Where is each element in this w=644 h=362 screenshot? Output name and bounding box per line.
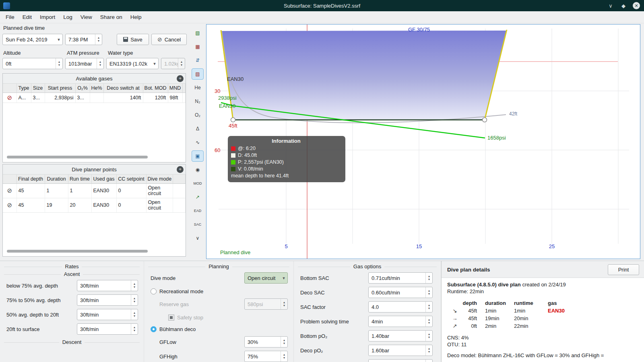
menu-import[interactable]: Import bbox=[36, 11, 59, 23]
maximize-button[interactable]: ◆ bbox=[620, 2, 627, 9]
cell[interactable]: 0 bbox=[116, 198, 146, 212]
column-header[interactable]: Type bbox=[17, 84, 31, 93]
column-header[interactable]: O₂% bbox=[75, 84, 90, 93]
deco-po2-spinner[interactable]: 1.60bar bbox=[368, 345, 433, 356]
spinner-arrows-icon[interactable] bbox=[95, 34, 102, 45]
chevron-down-icon[interactable] bbox=[151, 58, 158, 69]
cancel-button[interactable]: Cancel bbox=[151, 34, 187, 45]
spinner-arrows-icon[interactable] bbox=[425, 331, 432, 341]
mod-icon[interactable]: MOD bbox=[192, 178, 204, 189]
sac-factor-spinner[interactable]: 4.0 bbox=[368, 301, 433, 313]
calculated-ceiling-icon[interactable]: ▨ bbox=[192, 68, 204, 80]
column-header[interactable]: Dive mode bbox=[146, 175, 173, 184]
horizontal-scrollbar[interactable] bbox=[7, 156, 148, 158]
gas-row[interactable]: A... 3... 2,938psi 3... 140ft 120ft 98ft bbox=[3, 93, 186, 103]
cell[interactable]: EAN30 bbox=[91, 184, 116, 198]
cell[interactable]: 0 bbox=[116, 184, 146, 198]
waypoint-handle[interactable] bbox=[231, 118, 235, 122]
spinner-arrows-icon[interactable] bbox=[425, 302, 432, 312]
chevron-down-icon[interactable] bbox=[55, 34, 62, 45]
spinner-arrows-icon[interactable] bbox=[131, 324, 138, 334]
menu-view[interactable]: View bbox=[76, 11, 96, 23]
water-type-select[interactable]: EN13319 (1.02k bbox=[106, 58, 159, 69]
deco-sac-spinner[interactable]: 0.60cuft/min bbox=[368, 287, 433, 298]
atm-pressure-spinner[interactable]: 1013mbar bbox=[65, 58, 104, 69]
cell[interactable]: 3... bbox=[75, 93, 90, 103]
tts-icon[interactable]: ↗ bbox=[192, 191, 204, 203]
ascent-rate-75-spinner[interactable]: 30ft/min bbox=[77, 280, 138, 291]
dive-time-spinner[interactable]: 7:38 PM bbox=[65, 34, 102, 45]
cell[interactable]: 45 bbox=[17, 198, 45, 212]
minimize-button[interactable]: ∨ bbox=[607, 2, 614, 9]
recreational-mode-radio[interactable] bbox=[151, 288, 157, 294]
cell[interactable]: 1 bbox=[45, 184, 68, 198]
problem-solving-time-spinner[interactable]: 4min bbox=[368, 316, 433, 327]
column-header[interactable]: He% bbox=[90, 84, 103, 93]
dc-data-icon[interactable]: Δ bbox=[192, 123, 204, 134]
photos-icon[interactable]: ▣ bbox=[192, 150, 204, 162]
planner-point-row[interactable]: 45 19 20 EAN30 0 Open circuit bbox=[3, 198, 186, 212]
column-header[interactable]: Final depth bbox=[17, 175, 45, 184]
column-header[interactable]: Duration bbox=[45, 175, 68, 184]
add-point-button[interactable] bbox=[177, 166, 184, 173]
waypoint-handle[interactable] bbox=[483, 118, 487, 122]
column-header[interactable]: Deco switch at bbox=[103, 84, 143, 93]
spinner-arrows-icon[interactable] bbox=[56, 58, 62, 69]
profile-scale-icon[interactable]: ▧ bbox=[192, 27, 204, 39]
close-button[interactable]: ✕ bbox=[633, 2, 640, 9]
gflow-spinner[interactable]: 30% bbox=[244, 336, 288, 348]
spinner-arrows-icon[interactable] bbox=[281, 351, 287, 362]
cell[interactable]: 1 bbox=[68, 184, 91, 198]
menu-share-on[interactable]: Share on bbox=[96, 11, 126, 23]
print-button[interactable]: Print bbox=[608, 264, 639, 275]
menu-file[interactable]: File bbox=[2, 11, 19, 23]
dive-mode-select[interactable]: Open circuit bbox=[244, 272, 288, 284]
ascent-rate-50-spinner[interactable]: 30ft/min bbox=[77, 294, 138, 306]
column-header[interactable]: Run time bbox=[68, 175, 91, 184]
spinner-arrows-icon[interactable] bbox=[425, 360, 432, 362]
delete-gas-icon[interactable] bbox=[7, 95, 12, 101]
spinner-arrows-icon[interactable] bbox=[131, 280, 138, 291]
spinner-arrows-icon[interactable] bbox=[425, 273, 432, 283]
cell[interactable]: Open circuit bbox=[146, 184, 173, 198]
ascent-rate-surface-spinner[interactable]: 30ft/min bbox=[77, 323, 138, 335]
buhlmann-deco-radio[interactable] bbox=[151, 326, 157, 332]
delete-point-icon[interactable] bbox=[7, 203, 12, 208]
pp-n2-icon[interactable]: N₂ bbox=[192, 96, 204, 107]
dc-ceiling-icon[interactable]: ▦ bbox=[192, 41, 204, 52]
altitude-spinner[interactable]: 0ft bbox=[2, 58, 63, 69]
menu-edit[interactable]: Edit bbox=[19, 11, 36, 23]
scroll-down-icon[interactable]: ∨ bbox=[192, 232, 204, 244]
column-header[interactable]: CC setpoint bbox=[116, 175, 146, 184]
cell[interactable]: EAN30 bbox=[91, 198, 116, 212]
cell[interactable]: 45 bbox=[17, 184, 45, 198]
increment-3m-icon[interactable]: ⇵ bbox=[192, 55, 204, 66]
column-header[interactable]: MND bbox=[168, 84, 182, 93]
spinner-arrows-icon[interactable] bbox=[131, 309, 138, 320]
spinner-arrows-icon[interactable] bbox=[131, 295, 138, 305]
column-header[interactable]: Start press bbox=[45, 84, 75, 93]
pp-o2-icon[interactable]: O₂ bbox=[192, 109, 204, 121]
ascent-rate-20ft-spinner[interactable]: 30ft/min bbox=[77, 309, 138, 320]
ead-icon[interactable]: EAD bbox=[192, 205, 204, 216]
menu-log[interactable]: Log bbox=[59, 11, 76, 23]
column-header[interactable]: Size bbox=[31, 84, 45, 93]
spinner-arrows-icon[interactable] bbox=[425, 287, 432, 298]
tank-bar-icon[interactable]: ◉ bbox=[192, 164, 204, 175]
planner-point-row[interactable]: 45 1 1 EAN30 0 Open circuit bbox=[3, 184, 186, 198]
cell[interactable] bbox=[90, 93, 103, 103]
cell[interactable]: 19 bbox=[45, 198, 68, 212]
add-gas-button[interactable] bbox=[177, 75, 184, 82]
gfhigh-spinner[interactable]: 75% bbox=[244, 351, 288, 362]
dive-date-select[interactable]: Sun Feb 24, 2019 bbox=[2, 34, 63, 45]
column-header[interactable] bbox=[3, 84, 17, 93]
menu-help[interactable]: Help bbox=[126, 11, 146, 23]
info-tooltip[interactable]: Information @: 6:20 D: 45.0ft P: 2,557ps… bbox=[228, 136, 345, 182]
column-header[interactable]: Used gas bbox=[91, 175, 116, 184]
spinner-arrows-icon[interactable] bbox=[425, 345, 432, 356]
save-button[interactable]: Save bbox=[117, 34, 149, 45]
cell[interactable]: 140ft bbox=[103, 93, 143, 103]
dive-profile-chart[interactable]: GF 30/75 30 60 5 15 25 EAN30 2938psi EAN… bbox=[206, 24, 640, 259]
cell[interactable]: A... bbox=[17, 93, 31, 103]
cell[interactable]: 120ft bbox=[143, 93, 168, 103]
